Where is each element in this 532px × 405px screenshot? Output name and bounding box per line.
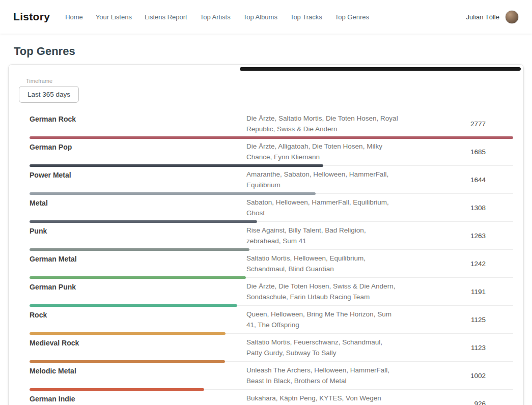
horizontal-scrollbar-thumb[interactable] — [240, 67, 521, 71]
avatar[interactable] — [505, 10, 519, 24]
top-navbar: Listory HomeYour ListensListens ReportTo… — [0, 0, 532, 34]
genre-name: German Punk — [30, 281, 246, 291]
genre-artists: Die Ärzte, Alligatoah, Die Toten Hosen, … — [246, 141, 399, 162]
genre-count: 1685 — [399, 148, 513, 156]
genre-count: 1125 — [399, 316, 513, 324]
nav-item-your-listens[interactable]: Your Listens — [96, 13, 132, 21]
table-row: German RockDie Ärzte, Saltatio Mortis, D… — [30, 110, 513, 138]
genre-name: Medieval Rock — [30, 337, 246, 347]
nav-item-top-tracks[interactable]: Top Tracks — [290, 13, 322, 21]
nav-item-top-genres[interactable]: Top Genres — [335, 13, 369, 21]
table-row: Medieval RockSaltatio Mortis, Feuerschwa… — [30, 334, 513, 362]
app-logo[interactable]: Listory — [13, 11, 50, 23]
table-row: Power MetalAmaranthe, Sabaton, Helloween… — [30, 166, 513, 194]
genre-name: Rock — [30, 309, 246, 319]
genre-artists: Saltatio Mortis, Helloween, Equilibrium,… — [246, 253, 399, 274]
genre-name: Power Metal — [30, 169, 246, 179]
table-row: German PunkDie Ärzte, Die Toten Hosen, S… — [30, 278, 513, 306]
page-title: Top Genres — [14, 45, 532, 58]
genre-count: 926 — [399, 400, 513, 405]
genre-count: 1644 — [399, 176, 513, 184]
user-name: Julian Tölle — [466, 13, 499, 21]
nav-item-top-artists[interactable]: Top Artists — [200, 13, 231, 21]
genre-count: 1123 — [399, 344, 513, 352]
genre-count: 2777 — [399, 120, 513, 128]
nav-item-home[interactable]: Home — [65, 13, 83, 21]
genre-name: Punk — [30, 225, 246, 235]
table-row: German IndieBukahara, Käptn Peng, KYTES,… — [30, 390, 513, 405]
genre-artists: Rise Against, Billy Talent, Bad Religion… — [246, 225, 399, 246]
genre-artists: Sabaton, Helloween, HammerFall, Equilibr… — [246, 197, 399, 218]
genre-name: Metal — [30, 197, 246, 207]
genre-name: German Indie — [30, 393, 246, 403]
nav-links: HomeYour ListensListens ReportTop Artist… — [65, 13, 466, 21]
nav-item-listens-report[interactable]: Listens Report — [145, 13, 187, 21]
genre-artists: Die Ärzte, Die Toten Hosen, Swiss & Die … — [246, 281, 399, 302]
genre-count: 1308 — [399, 204, 513, 212]
genre-name: German Rock — [30, 113, 246, 123]
genres-table-body: German RockDie Ärzte, Saltatio Mortis, D… — [30, 110, 513, 405]
genre-name: Melodic Metal — [30, 365, 246, 375]
top-genres-card: Timeframe Last 365 days German RockDie Ä… — [8, 64, 524, 405]
table-row: PunkRise Against, Billy Talent, Bad Reli… — [30, 222, 513, 250]
genre-name: German Pop — [30, 141, 246, 151]
table-row: German MetalSaltatio Mortis, Helloween, … — [30, 250, 513, 278]
genre-artists: Saltatio Mortis, Feuerschwanz, Schandmau… — [246, 337, 399, 358]
genre-count: 1242 — [399, 260, 513, 268]
genre-artists: Queen, Helloween, Bring Me The Horizon, … — [246, 309, 399, 330]
table-row: RockQueen, Helloween, Bring Me The Horiz… — [30, 306, 513, 334]
table-row: German PopDie Ärzte, Alligatoah, Die Tot… — [30, 138, 513, 166]
genre-artists: Die Ärzte, Saltatio Mortis, Die Toten Ho… — [246, 113, 399, 134]
genre-count: 1263 — [399, 232, 513, 240]
table-row: MetalSabaton, Helloween, HammerFall, Equ… — [30, 194, 513, 222]
genre-artists: Bukahara, Käptn Peng, KYTES, Von Wegen L… — [246, 393, 399, 405]
genre-name: German Metal — [30, 253, 246, 263]
genre-count: 1002 — [399, 372, 513, 380]
table-row: Melodic MetalUnleash The Archers, Hellow… — [30, 362, 513, 390]
genre-artists: Amaranthe, Sabaton, Helloween, HammerFal… — [246, 169, 399, 190]
main-content: Top Genres Timeframe Last 365 days Germa… — [0, 45, 532, 405]
user-area: Julian Tölle — [466, 10, 519, 24]
genre-count: 1191 — [399, 288, 513, 296]
timeframe-label: Timeframe — [26, 78, 513, 84]
genre-artists: Unleash The Archers, Helloween, HammerFa… — [246, 365, 399, 386]
timeframe-select[interactable]: Last 365 days — [19, 86, 79, 103]
nav-item-top-albums[interactable]: Top Albums — [243, 13, 277, 21]
